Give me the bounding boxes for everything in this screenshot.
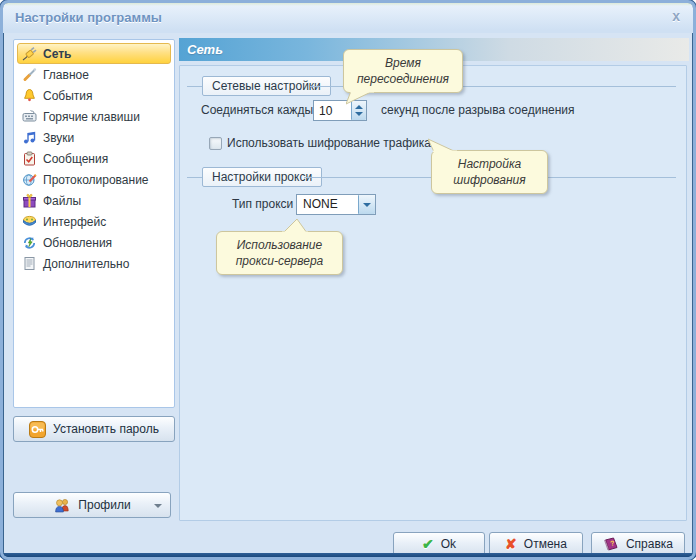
sidebar-item-interface[interactable]: Интерфейс xyxy=(17,211,171,232)
callout-encryption: Настройка шифрования xyxy=(431,150,548,194)
tools-icon xyxy=(22,67,37,82)
callout-tail xyxy=(346,91,378,105)
spin-up-icon[interactable] xyxy=(355,105,363,109)
sidebar-item-label: Протоколирование xyxy=(43,173,149,187)
close-icon[interactable]: x xyxy=(672,8,680,24)
sidebar-item-label: Горячие клавиши xyxy=(43,110,140,124)
profiles-button[interactable]: Профили xyxy=(13,492,171,518)
sidebar-item-label: Звуки xyxy=(43,131,74,145)
sidebar-item-label: Файлы xyxy=(43,194,81,208)
sidebar-item-main[interactable]: Главное xyxy=(17,64,171,85)
encryption-checkbox-label: Использовать шифрование трафика xyxy=(227,133,431,154)
proxy-type-label: Тип прокси xyxy=(232,194,293,215)
set-password-label: Установить пароль xyxy=(53,422,159,436)
window-title: Настройки программы xyxy=(15,10,162,25)
key-icon xyxy=(29,421,46,438)
music-notes-icon xyxy=(22,130,37,145)
sidebar-item-advanced[interactable]: Дополнительно xyxy=(17,253,171,274)
callout-proxy-usage: Использование прокси-сервера xyxy=(216,231,343,275)
settings-dialog: Настройки программы x Сеть Главное xyxy=(0,0,696,560)
callout-tail xyxy=(428,138,460,152)
reconnect-label-after: секунд после разрыва соединения xyxy=(381,100,575,121)
page-title: Сеть xyxy=(187,42,223,57)
dropdown-arrow-button[interactable] xyxy=(358,195,375,214)
reconnect-label-before: Соединяться каждые xyxy=(201,100,320,121)
callout-reconnect-time: Время пересоединения xyxy=(343,49,463,93)
sidebar-item-label: Интерфейс xyxy=(43,215,106,229)
sidebar-item-sounds[interactable]: Звуки xyxy=(17,127,171,148)
cross-icon: ✘ xyxy=(505,536,517,552)
cancel-button[interactable]: ✘ Отмена xyxy=(489,532,583,556)
settings-category-list: Сеть Главное События xyxy=(13,39,175,408)
sidebar-item-network[interactable]: Сеть xyxy=(17,43,171,64)
sidebar-item-label: Дополнительно xyxy=(43,257,129,271)
sidebar-item-label: Сеть xyxy=(43,47,71,61)
check-icon: ✔ xyxy=(422,536,434,552)
sidebar-item-label: События xyxy=(43,89,93,103)
set-password-button[interactable]: Установить пароль xyxy=(13,416,175,442)
globe-pen-icon xyxy=(22,172,37,187)
sidebar-item-label: Сообщения xyxy=(43,152,108,166)
help-button[interactable]: ? Справка xyxy=(591,532,685,556)
document-icon xyxy=(22,256,37,271)
proxy-type-value: NONE xyxy=(297,195,358,214)
profiles-people-icon xyxy=(53,497,71,514)
cancel-label: Отмена xyxy=(524,537,567,551)
ok-button[interactable]: ✔ Ok xyxy=(393,532,485,556)
sidebar-item-label: Обновления xyxy=(43,236,112,250)
profiles-label: Профили xyxy=(78,498,130,512)
ok-label: Ok xyxy=(441,537,456,551)
network-settings-panel: Сетевые настройки Соединяться каждые сек… xyxy=(179,65,687,521)
help-label: Справка xyxy=(626,537,673,551)
title-bar: Настройки программы x xyxy=(3,3,693,33)
sidebar-item-messages[interactable]: Сообщения xyxy=(17,148,171,169)
encryption-checkbox[interactable] xyxy=(209,137,222,150)
sidebar-item-events[interactable]: События xyxy=(17,85,171,106)
proxy-type-select[interactable]: NONE xyxy=(296,194,376,215)
sidebar-item-logging[interactable]: Протоколирование xyxy=(17,169,171,190)
keyboard-icon xyxy=(22,109,37,124)
sidebar-item-label: Главное xyxy=(43,68,89,82)
callout-tail xyxy=(279,219,311,233)
spin-down-icon[interactable] xyxy=(355,112,363,116)
network-plug-icon xyxy=(22,46,37,61)
chevron-down-icon xyxy=(154,504,162,508)
chevron-down-icon xyxy=(363,203,371,207)
sidebar-item-files[interactable]: Файлы xyxy=(17,190,171,211)
clipboard-icon xyxy=(22,151,37,166)
bell-icon xyxy=(22,88,37,103)
help-book-icon: ? xyxy=(603,536,619,552)
shirt-icon xyxy=(22,214,37,229)
refresh-icon xyxy=(22,235,37,250)
sidebar-item-hotkeys[interactable]: Горячие клавиши xyxy=(17,106,171,127)
sidebar-item-updates[interactable]: Обновления xyxy=(17,232,171,253)
gift-icon xyxy=(22,193,37,208)
